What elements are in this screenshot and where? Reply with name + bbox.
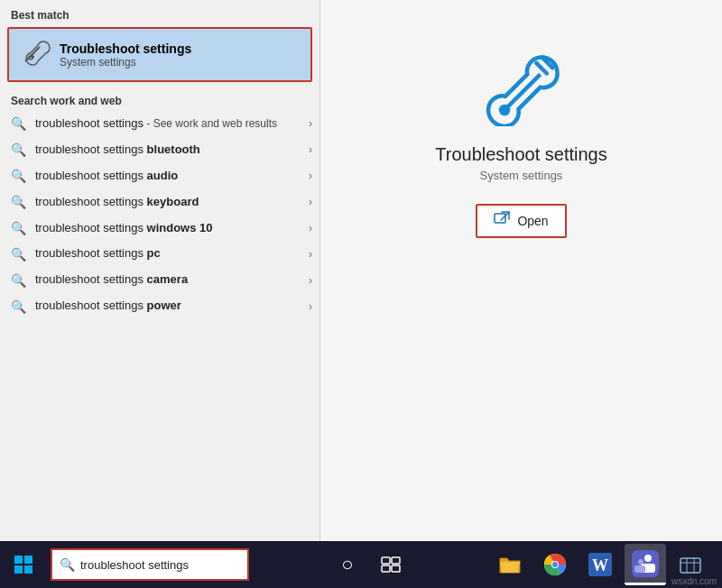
svg-point-16: [552, 562, 558, 567]
list-item[interactable]: 🔍 troubleshoot settings audio ›: [0, 163, 319, 189]
list-item[interactable]: 🔍 troubleshoot settings bluetooth ›: [0, 137, 319, 163]
svg-rect-10: [392, 557, 400, 564]
windows-start-button[interactable]: [4, 541, 43, 588]
list-item[interactable]: 🔍 troubleshoot settings pc ›: [0, 241, 319, 267]
chevron-right-icon: ›: [309, 196, 312, 208]
chevron-right-icon: ›: [309, 248, 312, 261]
svg-rect-11: [382, 565, 390, 572]
svg-rect-5: [14, 556, 23, 564]
result-text: troubleshoot settings keyboard: [35, 195, 305, 210]
svg-rect-6: [24, 556, 32, 564]
best-match-label: Best match: [0, 0, 319, 25]
taskbar-search-box[interactable]: 🔍 troubleshoot settings: [51, 548, 249, 581]
search-icon: 🔍: [11, 142, 26, 157]
wrench-icon: [18, 36, 51, 73]
svg-rect-8: [24, 565, 32, 574]
cortana-button[interactable]: ○: [329, 546, 366, 583]
svg-point-3: [498, 105, 510, 116]
chevron-right-icon: ›: [309, 300, 312, 313]
right-panel: Troubleshoot settings System settings Op…: [320, 0, 722, 541]
chevron-right-icon: ›: [309, 274, 312, 287]
best-match-text: Troubleshoot settings System settings: [60, 41, 191, 69]
svg-point-20: [644, 555, 652, 562]
result-text: troubleshoot settings audio: [35, 169, 305, 184]
taskbar-search-text: troubleshoot settings: [80, 558, 189, 572]
taskbar: 🔍 troubleshoot settings ○: [0, 541, 722, 588]
right-panel-subtitle: System settings: [480, 169, 563, 182]
file-explorer-app[interactable]: [489, 544, 531, 585]
search-icon: 🔍: [11, 195, 26, 209]
chevron-right-icon: ›: [309, 222, 312, 234]
list-item[interactable]: 🔍 troubleshoot settings keyboard ›: [0, 189, 319, 216]
result-text: troubleshoot settings power: [35, 299, 305, 314]
best-match-subtitle: System settings: [60, 56, 191, 69]
taskbar-center: ○: [249, 546, 489, 583]
result-text: troubleshoot settings camera: [35, 272, 305, 288]
search-icon: 🔍: [11, 299, 26, 314]
list-item[interactable]: 🔍 troubleshoot settings camera ›: [0, 267, 319, 293]
chevron-right-icon: ›: [309, 170, 312, 182]
search-icon: 🔍: [11, 247, 26, 262]
svg-rect-9: [382, 557, 390, 564]
svg-point-22: [638, 559, 643, 565]
best-match-item[interactable]: Troubleshoot settings System settings: [7, 27, 312, 82]
result-text: troubleshoot settings pc: [35, 246, 305, 262]
svg-rect-23: [634, 565, 645, 573]
taskbar-search-icon: 🔍: [60, 557, 75, 572]
best-match-title: Troubleshoot settings: [60, 41, 191, 56]
result-text: troubleshoot settings bluetooth: [35, 142, 305, 158]
right-panel-title: Troubleshoot settings: [435, 144, 606, 165]
left-panel: Best match Troubleshoot settings System …: [0, 0, 320, 541]
open-button-label: Open: [517, 214, 548, 228]
open-window-icon: [494, 211, 510, 231]
search-icon: 🔍: [11, 116, 26, 131]
task-view-button[interactable]: [372, 546, 410, 583]
app-icon-large: [481, 45, 562, 130]
svg-text:W: W: [592, 556, 608, 574]
teams-app[interactable]: [625, 544, 666, 585]
svg-point-1: [31, 55, 34, 59]
watermark: wsxdn.com: [671, 576, 717, 586]
search-work-web-label: Search work and web: [0, 87, 319, 111]
search-icon: 🔍: [11, 273, 26, 288]
search-icon: 🔍: [11, 221, 26, 235]
list-item[interactable]: 🔍 troubleshoot settings power ›: [0, 293, 319, 319]
chrome-app[interactable]: [534, 544, 576, 585]
chevron-right-icon: ›: [309, 143, 312, 156]
svg-rect-4: [495, 214, 505, 223]
list-item[interactable]: 🔍 troubleshoot settings - See work and w…: [0, 111, 319, 137]
search-icon: 🔍: [11, 169, 26, 183]
result-text: troubleshoot settings - See work and web…: [35, 116, 305, 132]
word-app[interactable]: W: [579, 544, 621, 585]
open-button[interactable]: Open: [476, 204, 566, 238]
svg-rect-7: [14, 565, 23, 574]
list-item[interactable]: 🔍 troubleshoot settings windows 10 ›: [0, 216, 319, 242]
result-text: troubleshoot settings windows 10: [35, 221, 305, 236]
svg-rect-24: [680, 558, 700, 573]
svg-rect-12: [392, 565, 400, 572]
chevron-right-icon: ›: [309, 117, 312, 130]
